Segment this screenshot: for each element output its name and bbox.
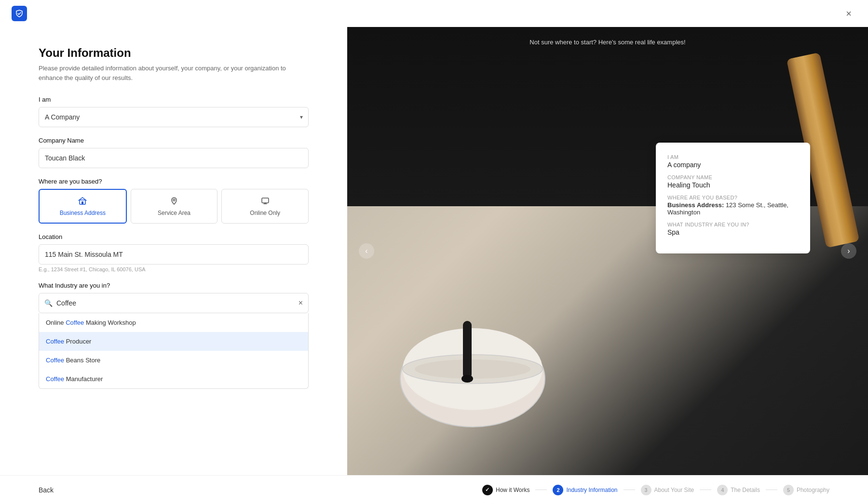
- step-1-label: How it Works: [496, 487, 529, 493]
- i-am-field-group: I am An Individual A Company An Organiza…: [39, 96, 309, 127]
- industry-dropdown: Online Coffee Making Workshop Coffee Pro…: [39, 313, 309, 389]
- info-card-i-am-value: A company: [667, 161, 799, 169]
- company-name-input[interactable]: [39, 148, 309, 168]
- svg-rect-3: [262, 198, 269, 203]
- company-name-label: Company Name: [39, 137, 309, 144]
- i-am-select-wrapper: An Individual A Company An Organization …: [39, 107, 309, 127]
- industry-dropdown-item[interactable]: Online Coffee Making Workshop: [39, 313, 308, 332]
- logo-icon: [12, 6, 27, 21]
- location-option-online[interactable]: Online Only: [221, 189, 309, 224]
- info-card-industry-value: Spa: [667, 228, 799, 236]
- company-name-field-group: Company Name: [39, 137, 309, 168]
- info-card-i-am-key: I am: [667, 154, 799, 160]
- step-separator-2: [624, 490, 635, 490]
- step-2: 2 Industry Information: [553, 485, 617, 495]
- step-separator-4: [766, 490, 777, 490]
- step-3-circle: 3: [641, 485, 651, 495]
- info-card-industry: What industry are you in? Spa: [667, 222, 799, 236]
- where-based-field-group: Where are you based? Business Address: [39, 178, 309, 224]
- industry-clear-button[interactable]: ×: [298, 299, 303, 307]
- step-2-label: Industry Information: [566, 487, 617, 493]
- info-card-company-name-key: Company Name: [667, 174, 799, 180]
- location-input[interactable]: [39, 244, 309, 265]
- step-separator-3: [700, 490, 711, 490]
- svg-rect-1: [81, 201, 83, 204]
- industry-dropdown-item[interactable]: Coffee Manufacturer: [39, 370, 308, 388]
- industry-dropdown-item-highlighted[interactable]: Coffee Producer: [39, 332, 308, 351]
- i-am-label: I am: [39, 96, 309, 103]
- form-subtitle: Please provide detailed information abou…: [39, 64, 309, 82]
- info-card: I am A company Company Name Healing Touc…: [656, 143, 810, 253]
- service-area-icon: [170, 197, 178, 208]
- step-separator-1: [535, 490, 547, 490]
- step-3-label: About Your Site: [654, 487, 694, 493]
- steps-container: ✓ How it Works 2 Industry Information 3 …: [482, 485, 829, 495]
- step-1-circle: ✓: [482, 485, 493, 495]
- hint-text: Not sure where to start? Here's some rea…: [529, 39, 685, 46]
- location-options: Business Address Service Area: [39, 189, 309, 224]
- logo: [12, 6, 27, 21]
- right-panel-background: Not sure where to start? Here's some rea…: [347, 27, 868, 475]
- i-am-select[interactable]: An Individual A Company An Organization: [39, 107, 309, 127]
- svg-point-9: [461, 375, 473, 383]
- main-layout: Your Information Please provide detailed…: [0, 27, 868, 475]
- info-card-company-name-value: Healing Touch: [667, 181, 799, 189]
- step-4-circle: 4: [717, 485, 728, 495]
- location-option-service[interactable]: Service Area: [131, 189, 218, 224]
- step-5-label: Photography: [797, 487, 829, 493]
- dropdown-item-text: Coffee Producer: [46, 338, 91, 345]
- dropdown-item-text: Coffee Beans Store: [46, 357, 100, 364]
- online-only-label: Online Only: [250, 210, 280, 216]
- location-option-business[interactable]: Business Address: [39, 189, 127, 224]
- svg-point-2: [173, 199, 175, 201]
- industry-search-input[interactable]: [39, 293, 309, 313]
- footer: Back ✓ How it Works 2 Industry Informati…: [0, 475, 868, 504]
- location-hint: E.g., 1234 Street #1, Chicago, IL 60076,…: [39, 266, 309, 272]
- where-based-label: Where are you based?: [39, 178, 309, 185]
- info-card-industry-key: What industry are you in?: [667, 222, 799, 227]
- carousel-prev-button[interactable]: ‹: [359, 243, 374, 259]
- industry-search-wrapper: 🔍 ×: [39, 293, 309, 313]
- carousel-next-button[interactable]: ›: [841, 243, 856, 259]
- svg-rect-8: [463, 321, 472, 379]
- form-title: Your Information: [39, 46, 309, 60]
- info-card-company-name: Company Name Healing Touch: [667, 174, 799, 189]
- close-button[interactable]: ×: [841, 6, 856, 21]
- step-4: 4 The Details: [717, 485, 760, 495]
- industry-dropdown-item[interactable]: Coffee Beans Store: [39, 351, 308, 370]
- info-card-where-based: Where are you based? Business Address: 1…: [667, 195, 799, 216]
- dropdown-item-text: Online Coffee Making Workshop: [46, 319, 136, 326]
- left-panel: Your Information Please provide detailed…: [0, 27, 347, 475]
- svg-point-7: [415, 359, 530, 379]
- location-field-group: Location E.g., 1234 Street #1, Chicago, …: [39, 233, 309, 272]
- back-button[interactable]: Back: [39, 486, 54, 494]
- info-card-where-based-value: Business Address: 123 Some St., Seattle,…: [667, 201, 799, 216]
- step-3: 3 About Your Site: [641, 485, 694, 495]
- business-address-icon: [78, 197, 87, 208]
- business-address-label: Business Address: [60, 210, 106, 216]
- info-card-where-based-key: Where are you based?: [667, 195, 799, 200]
- step-2-circle: 2: [553, 485, 563, 495]
- step-5: 5 Photography: [783, 485, 829, 495]
- industry-label: What Industry are you in?: [39, 282, 309, 289]
- step-1: ✓ How it Works: [482, 485, 529, 495]
- info-card-i-am: I am A company: [667, 154, 799, 169]
- right-panel: Not sure where to start? Here's some rea…: [347, 27, 868, 475]
- location-label: Location: [39, 233, 309, 240]
- service-area-label: Service Area: [158, 210, 190, 216]
- online-only-icon: [261, 197, 270, 208]
- step-5-circle: 5: [783, 485, 794, 495]
- dropdown-item-text: Coffee Manufacturer: [46, 375, 103, 383]
- header: ×: [0, 0, 868, 27]
- step-4-label: The Details: [731, 487, 760, 493]
- search-icon: 🔍: [44, 299, 53, 307]
- industry-field-group: What Industry are you in? 🔍 × Online Cof…: [39, 282, 309, 389]
